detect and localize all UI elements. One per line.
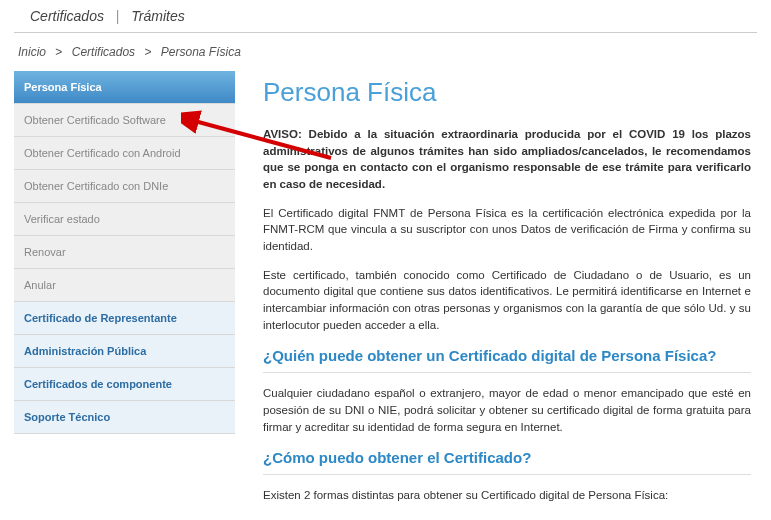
paragraph-quien: Cualquier ciudadano español o extranjero… xyxy=(263,385,751,435)
breadcrumb-sep: > xyxy=(144,45,151,59)
topnav-certificados[interactable]: Certificados xyxy=(30,8,104,24)
list-item: Como archivo descargable en su ordenador… xyxy=(303,516,751,520)
sidebar-section-soporte-tecnico[interactable]: Soporte Técnico xyxy=(14,401,235,434)
content-divider xyxy=(263,474,751,475)
sidebar-item-verificar-estado[interactable]: Verificar estado xyxy=(14,203,235,236)
sidebar-item-obtener-certificado-android[interactable]: Obtener Certificado con Android xyxy=(14,137,235,170)
breadcrumb-inicio[interactable]: Inicio xyxy=(18,45,46,59)
page-title: Persona Física xyxy=(263,77,751,108)
sidebar-item-obtener-certificado-dnie[interactable]: Obtener Certificado con DNIe xyxy=(14,170,235,203)
sidebar-section-administracion-publica[interactable]: Administración Pública xyxy=(14,335,235,368)
breadcrumb-current: Persona Física xyxy=(161,45,241,59)
paragraph-description: Este certificado, también conocido como … xyxy=(263,267,751,334)
breadcrumb-certificados[interactable]: Certificados xyxy=(72,45,135,59)
content-divider xyxy=(263,372,751,373)
topnav-tramites[interactable]: Trámites xyxy=(131,8,184,24)
sidebar-header-persona-fisica[interactable]: Persona Física xyxy=(14,71,235,104)
heading-quien: ¿Quién puede obtener un Certificado digi… xyxy=(263,347,751,364)
topnav-separator: | xyxy=(116,8,120,24)
sidebar-item-anular[interactable]: Anular xyxy=(14,269,235,302)
breadcrumb-sep: > xyxy=(55,45,62,59)
paragraph-intro: El Certificado digital FNMT de Persona F… xyxy=(263,205,751,255)
sidebar-item-obtener-certificado-software[interactable]: Obtener Certificado Software xyxy=(14,104,235,137)
sidebar-section-certificados-componente[interactable]: Certificados de componente xyxy=(14,368,235,401)
content-area: Persona Física AVISO: Debido a la situac… xyxy=(263,71,757,520)
sidebar: Persona Física Obtener Certificado Softw… xyxy=(14,71,235,520)
top-divider xyxy=(14,32,757,33)
top-navigation: Certificados | Trámites xyxy=(0,0,771,32)
breadcrumb: Inicio > Certificados > Persona Física xyxy=(0,41,771,71)
methods-list: Como archivo descargable en su ordenador… xyxy=(303,516,751,520)
paragraph-como: Existen 2 formas distintas para obtener … xyxy=(263,487,751,504)
sidebar-item-renovar[interactable]: Renovar xyxy=(14,236,235,269)
heading-como: ¿Cómo puedo obtener el Certificado? xyxy=(263,449,751,466)
covid-notice: AVISO: Debido a la situación extraordina… xyxy=(263,126,751,193)
sidebar-section-certificado-representante[interactable]: Certificado de Representante xyxy=(14,302,235,335)
